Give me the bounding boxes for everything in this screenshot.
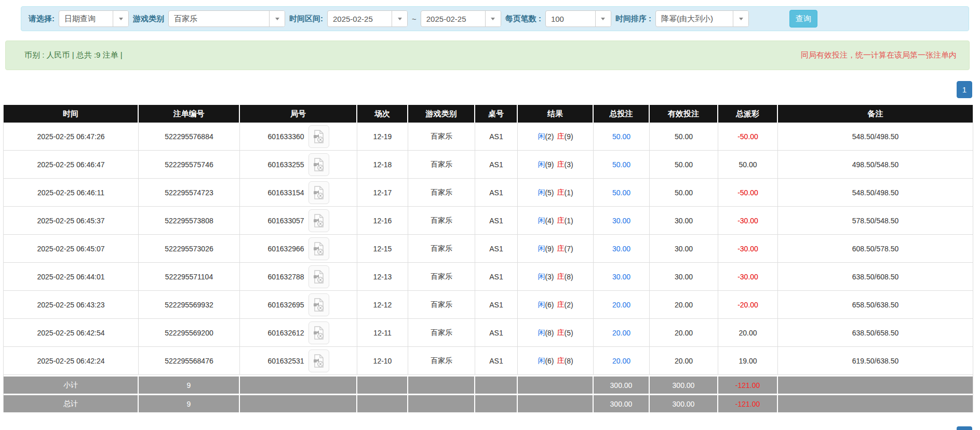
video-replay-button[interactable] (308, 153, 329, 176)
video-replay-button[interactable] (308, 293, 329, 316)
cell-valid-bet: 50.00 (650, 151, 718, 178)
round-id-text: 601632966 (267, 245, 304, 253)
cell-bet-id: 522295575746 (139, 151, 240, 178)
cell-game-type: 百家乐 (408, 151, 475, 178)
result-banker-score: (1) (565, 217, 573, 225)
cell-valid-bet: 20.00 (650, 347, 718, 374)
cell-time: 2025-02-25 06:43:23 (4, 291, 139, 318)
result-banker-score: (9) (565, 132, 573, 141)
table-row: 2025-02-25 06:46:47 522295575746 6016332… (4, 151, 973, 179)
cell-total-bet: 50.00 (594, 123, 650, 150)
cell-valid-bet: 20.00 (650, 291, 718, 318)
cell-time: 2025-02-25 06:44:01 (4, 263, 139, 290)
sort-order-select[interactable]: 降幂(由大到小) (655, 10, 749, 27)
cell-valid-bet: 50.00 (650, 179, 718, 206)
total-payout: -121.00 (718, 395, 778, 412)
cell-result: 闲(6) 庄(8) (518, 347, 594, 374)
result-banker-label: 庄 (557, 216, 565, 225)
table-row: 2025-02-25 06:46:11 522295574723 6016331… (4, 179, 973, 207)
result-player-label: 闲 (538, 356, 545, 366)
result-banker-label: 庄 (557, 132, 565, 141)
result-banker-label: 庄 (557, 300, 565, 310)
cell-bet-id: 522295568476 (139, 347, 240, 374)
result-banker-label: 庄 (557, 356, 565, 366)
currency-summary: 币别 : 人民币 | 总共 :9 注单 | (24, 50, 123, 60)
betting-records-page: 请选择: 日期查询 游戏类别 百家乐 时间区间: 2025-02-25 ~ 20… (0, 0, 980, 430)
cell-valid-bet: 30.00 (650, 263, 718, 290)
page-size-select[interactable]: 100 (545, 10, 611, 27)
cell-remark: 548.50/498.50 (778, 123, 973, 150)
chevron-down-icon (733, 11, 748, 26)
cell-table-no: AS1 (475, 151, 518, 178)
cell-round-id: 601632531 (240, 347, 357, 374)
video-replay-button[interactable] (308, 350, 329, 372)
cell-game-type: 百家乐 (408, 319, 475, 346)
result-player-label: 闲 (538, 132, 545, 141)
cell-payout: -20.00 (718, 291, 778, 318)
result-player-score: (6) (545, 357, 554, 365)
cell-game-type: 百家乐 (408, 291, 475, 318)
game-category-select[interactable]: 百家乐 (168, 10, 285, 27)
date-to-value: 2025-02-25 (421, 15, 485, 23)
cell-game-type: 百家乐 (408, 235, 475, 262)
cell-game-type: 百家乐 (408, 263, 475, 290)
query-type-select[interactable]: 日期查询 (59, 10, 129, 27)
table-row: 2025-02-25 06:45:07 522295573026 6016329… (4, 235, 973, 263)
total-valid-bet: 300.00 (650, 395, 718, 412)
cell-remark: 578.50/548.50 (778, 207, 973, 234)
cell-remark: 548.50/498.50 (778, 179, 973, 206)
filter-bar: 请选择: 日期查询 游戏类别 百家乐 时间区间: 2025-02-25 ~ 20… (21, 6, 969, 31)
video-replay-button[interactable] (308, 321, 329, 344)
cell-session: 12-13 (357, 263, 408, 290)
date-to-select[interactable]: 2025-02-25 (421, 10, 501, 27)
table-row: 2025-02-25 06:45:37 522295573808 6016330… (4, 207, 973, 235)
table-row: 2025-02-25 06:42:24 522295568476 6016325… (4, 347, 973, 375)
cell-total-bet: 20.00 (594, 291, 650, 318)
page-size-value: 100 (546, 15, 595, 23)
cell-round-id: 601633154 (240, 179, 357, 206)
cell-session: 12-16 (357, 207, 408, 234)
cell-bet-id: 522295573026 (139, 235, 240, 262)
cell-result: 闲(9) 庄(7) (518, 235, 594, 262)
total-row: 总计 9 300.00 300.00 -121.00 (4, 395, 973, 412)
pagination-bottom[interactable] (957, 426, 972, 430)
date-from-select[interactable]: 2025-02-25 (327, 10, 408, 27)
result-player-label: 闲 (538, 300, 545, 310)
result-player-score: (2) (545, 132, 554, 141)
cell-round-id: 601633360 (240, 123, 357, 150)
date-from-value: 2025-02-25 (328, 15, 392, 23)
notice-text: 同局有效投注，统一计算在该局第一张注单内 (801, 50, 957, 60)
header-payout: 总派彩 (718, 105, 778, 123)
header-result: 结果 (518, 105, 594, 123)
cell-session: 12-12 (357, 291, 408, 318)
bet-records-table: 时间 注单编号 局号 场次 游戏类别 桌号 结果 总投注 有效投注 总派彩 备注… (3, 105, 973, 412)
header-game-type: 游戏类别 (408, 105, 475, 123)
time-range-label: 时间区间: (289, 14, 323, 24)
video-replay-button[interactable] (308, 237, 329, 260)
result-banker-score: (8) (565, 273, 573, 281)
cell-time: 2025-02-25 06:42:24 (4, 347, 139, 374)
cell-bet-id: 522295573808 (139, 207, 240, 234)
total-count: 9 (139, 395, 240, 412)
table-row: 2025-02-25 06:47:26 522295576884 6016333… (4, 123, 973, 151)
cell-bet-id: 522295569200 (139, 319, 240, 346)
round-id-text: 601633255 (267, 160, 304, 169)
video-replay-button[interactable] (308, 209, 329, 232)
round-id-text: 601633360 (267, 132, 304, 141)
video-icon (313, 298, 325, 312)
result-player-label: 闲 (538, 272, 545, 281)
search-button[interactable]: 查询 (789, 10, 817, 28)
cell-round-id: 601633255 (240, 151, 357, 178)
cell-total-bet: 50.00 (594, 151, 650, 178)
video-icon (313, 185, 325, 200)
result-player-score: (9) (545, 245, 554, 253)
video-replay-button[interactable] (308, 125, 329, 148)
cell-valid-bet: 20.00 (650, 319, 718, 346)
pagination-page-1[interactable]: 1 (957, 81, 972, 98)
video-replay-button[interactable] (308, 265, 329, 288)
result-banker-score: (8) (565, 357, 573, 365)
video-replay-button[interactable] (308, 181, 329, 204)
cell-result: 闲(5) 庄(1) (518, 179, 594, 206)
cell-game-type: 百家乐 (408, 123, 475, 150)
cell-payout: -50.00 (718, 123, 778, 150)
